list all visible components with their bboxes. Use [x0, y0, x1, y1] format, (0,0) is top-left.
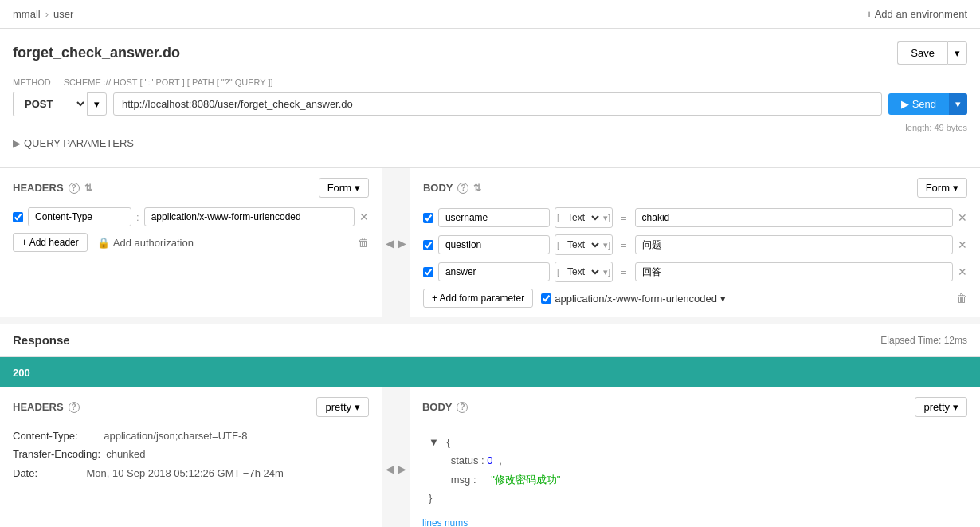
body-param-checkbox-answer[interactable]: [423, 267, 433, 277]
delete-body-button[interactable]: 🗑: [956, 292, 967, 305]
url-input[interactable]: [113, 92, 882, 116]
body-param-key-answer[interactable]: [438, 262, 550, 281]
headers-panel: HEADERS ? ⇅ Form ▾ : ✕ + Add header 🔒 Ad…: [0, 168, 382, 317]
response-header: Response Elapsed Time: 12ms: [0, 324, 980, 357]
header-remove-button[interactable]: ✕: [359, 210, 369, 223]
resp-body-dropdown-icon: ▾: [953, 401, 958, 413]
body-param-checkbox-username[interactable]: [423, 213, 433, 223]
param-eq-q: =: [617, 239, 630, 251]
body-param-value-question[interactable]: [635, 235, 953, 254]
resp-body-title-text: BODY: [422, 401, 453, 413]
save-dropdown-button[interactable]: ▾: [947, 41, 967, 65]
response-body-json: ▼ { status : 0 , msg : "修改密码成功" }: [422, 427, 967, 514]
response-headers-list: Content-Type: application/json;charset=U…: [13, 427, 369, 482]
add-header-button[interactable]: + Add header: [13, 233, 88, 252]
body-param-type-wrapper-answer: [ Text File ▾]: [555, 262, 613, 282]
resp-body-format-button[interactable]: pretty ▾: [915, 397, 967, 417]
delete-all-headers-button[interactable]: 🗑: [358, 236, 369, 249]
param-eq: =: [617, 212, 630, 224]
query-params-row[interactable]: ▶ QUERY PARAMETERS: [13, 132, 967, 154]
method-label: METHOD: [13, 77, 51, 87]
body-param-remove-question[interactable]: ✕: [958, 238, 967, 251]
body-panel-header: BODY ? ⇅ Form ▾: [423, 178, 967, 198]
resp-header-val-te: chunked: [106, 448, 145, 460]
request-title-row: forget_check_answer.do Save ▾: [13, 41, 967, 65]
json-val-status: 0: [487, 454, 492, 466]
param-bracket-open-a: [: [555, 264, 561, 280]
resp-body-title: BODY ?: [422, 401, 468, 413]
body-param-type-select-question[interactable]: Text File: [561, 235, 602, 254]
send-dropdown-button[interactable]: ▾: [949, 93, 967, 115]
resp-body-info-icon: ?: [457, 402, 468, 413]
body-param-type-select-answer[interactable]: Text File: [561, 262, 602, 281]
resp-header-val-date: Mon, 10 Sep 2018 05:12:26 GMT −7h 24m: [87, 467, 284, 479]
method-select[interactable]: POST GET PUT DELETE: [13, 92, 87, 116]
add-param-button[interactable]: + Add form parameter: [423, 289, 533, 308]
resp-headers-format-label: pretty: [325, 401, 351, 413]
headers-title-text: HEADERS: [13, 182, 64, 194]
resp-headers-format-button[interactable]: pretty ▾: [316, 397, 369, 417]
url-group: SCHEME :// HOST [ ":" PORT ] [ PATH [ "?…: [57, 77, 967, 88]
body-param-remove-username[interactable]: ✕: [958, 211, 967, 224]
resp-headers-title-text: HEADERS: [13, 401, 64, 413]
param-bracket-close-a: ▾]: [602, 264, 612, 281]
add-environment-button[interactable]: + Add an environment: [866, 8, 967, 20]
add-authorization-button[interactable]: 🔒 Add authorization: [97, 237, 194, 249]
body-info-icon: ?: [457, 183, 468, 194]
json-comma-status: ,: [499, 454, 502, 466]
content-type-toggle: application/x-www-form-urlencoded ▾: [541, 293, 726, 305]
body-format-button[interactable]: Form ▾: [917, 178, 967, 198]
send-button-group: ▶ Send ▾: [888, 93, 967, 115]
body-param-remove-answer[interactable]: ✕: [958, 265, 967, 278]
body-param-type-wrapper-question: [ Text File ▾]: [555, 234, 613, 255]
body-param-type-select-username[interactable]: Text File: [561, 208, 602, 227]
json-key-msg: msg :: [451, 474, 485, 486]
json-collapse-icon[interactable]: ▼: [429, 436, 439, 448]
response-title: Response: [13, 333, 70, 347]
json-lines-nums[interactable]: lines nums: [422, 517, 967, 527]
header-item: : ✕: [13, 207, 369, 226]
resp-header-transfer-encoding: Transfer-Encoding: chunked: [13, 445, 369, 463]
param-bracket-close-q: ▾]: [602, 237, 612, 254]
json-close-brace: }: [429, 492, 432, 504]
body-sort-icon[interactable]: ⇅: [473, 183, 481, 194]
header-value-input[interactable]: [144, 207, 355, 226]
header-checkbox[interactable]: [13, 212, 23, 222]
param-bracket-open: [: [555, 210, 561, 226]
collapse-panels-button[interactable]: ◀ ▶: [382, 230, 410, 256]
resp-headers-info-icon: ?: [69, 402, 80, 413]
send-button[interactable]: ▶ Send: [888, 93, 949, 115]
save-button[interactable]: Save: [897, 41, 947, 65]
content-type-checkbox[interactable]: [541, 293, 551, 304]
body-param-checkbox-question[interactable]: [423, 240, 433, 250]
collapse-resp-panels-button[interactable]: ◀ ▶: [382, 456, 410, 482]
body-param-value-username[interactable]: [635, 208, 953, 227]
url-row: POST GET PUT DELETE ▾ ▶ Send ▾: [13, 92, 967, 116]
headers-sort-icon[interactable]: ⇅: [84, 183, 92, 194]
response-panels-row: HEADERS ? pretty ▾ Content-Type: applica…: [0, 387, 980, 527]
headers-format-button[interactable]: Form ▾: [319, 178, 369, 198]
headers-info-icon: ?: [69, 183, 80, 194]
send-label: Send: [912, 98, 936, 110]
resp-header-key-te: Transfer-Encoding:: [13, 448, 104, 460]
panels-row: HEADERS ? ⇅ Form ▾ : ✕ + Add header 🔒 Ad…: [0, 167, 980, 317]
body-format-label: Form: [926, 182, 950, 194]
body-param-key-question[interactable]: [438, 235, 550, 254]
headers-title: HEADERS ? ⇅: [13, 182, 92, 194]
body-title: BODY ? ⇅: [423, 182, 482, 194]
resp-header-key-date: Date:: [13, 467, 84, 479]
lock-icon: 🔒: [97, 237, 110, 249]
query-params-arrow-icon: ▶: [13, 137, 21, 149]
body-param-key-username[interactable]: [438, 208, 550, 227]
headers-format-dropdown-icon: ▾: [355, 182, 360, 194]
body-param-type-wrapper-username: [ Text File ▾]: [555, 207, 613, 228]
headers-format-label: Form: [327, 182, 351, 194]
method-dropdown-button[interactable]: ▾: [87, 92, 107, 116]
body-param-value-answer[interactable]: [635, 262, 953, 281]
method-group: METHOD: [13, 77, 51, 88]
url-input-wrapper: [113, 92, 882, 116]
breadcrumb: mmall › user: [13, 8, 73, 20]
request-title: forget_check_answer.do: [13, 45, 180, 61]
add-auth-label: Add authorization: [113, 237, 194, 249]
header-key-input[interactable]: [28, 207, 131, 226]
